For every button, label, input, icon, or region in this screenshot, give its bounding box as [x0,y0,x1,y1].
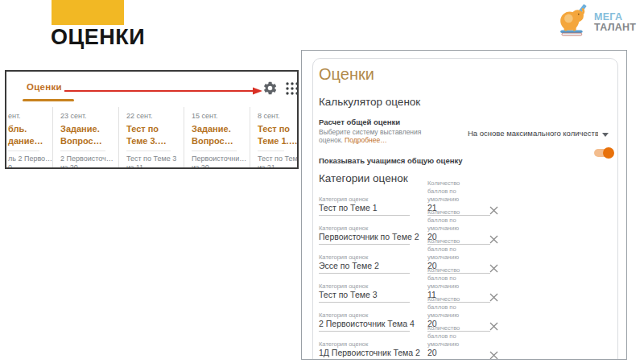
assignment-points: из 20 [60,163,115,167]
grade-calculator-heading: Калькулятор оценок [319,96,420,108]
close-icon [489,293,498,302]
assignment-date: 23 сент. [60,112,115,120]
assignment-title-line1[interactable]: Задание. [192,123,246,135]
column-divider [258,151,284,151]
overall-grade-description-text: оценок. [319,136,345,144]
category-name-input[interactable]: Эссе по Теме 2 [319,261,410,274]
points-field-label: Количество баллов по умолчанию [427,266,460,291]
assignment-title-line1[interactable]: Задание. [60,123,115,135]
assignment-title-line1[interactable]: бль. [8,123,49,135]
close-icon [489,351,498,360]
assignment-subtitle: Первоисточни… [192,155,246,163]
slide-title: ОЦЕНКИ [51,25,145,50]
remove-category-button[interactable] [489,262,498,270]
assignment-title-line2[interactable]: Вопрос… [192,135,246,147]
category-field-label: Категория оценок [319,196,368,203]
category-name-input[interactable]: 2 Первоисточник Тема 4 [319,319,410,332]
close-icon [489,264,498,273]
close-icon [489,235,498,244]
column-divider [8,151,39,151]
gradebook-column: ент. бль. дание… ль 2 Перво… 0 [6,107,52,167]
gradebook-column: 22 сент. Тест по Теме 3.… Тест по Теме 3… [118,107,184,167]
annotation-arrow [64,85,262,99]
category-field-label: Категория оценок [319,254,368,261]
remove-category-button[interactable] [489,291,498,299]
remove-category-button[interactable] [489,233,498,241]
overall-grade-description: Выберите систему выставления [319,128,421,136]
column-divider [192,151,237,151]
assignment-subtitle: 2 Первоисточ… [60,155,115,163]
assignment-date: ент. [8,112,49,120]
assignment-subtitle: Тест по Теме 1 [258,155,294,163]
toggle-knob [603,147,614,159]
grade-settings-screenshot: Оценки Калькулятор оценок Расчет общей о… [301,50,627,360]
assignment-points: из 20 [192,163,246,167]
logo-text-talant: ТАЛАНТ [594,23,636,33]
show-grade-label: Показывать учащимся общую оценку [319,156,462,165]
assignment-points: из 21 [258,163,294,167]
assignment-points: из 11 [126,163,180,167]
assignment-title-line1[interactable]: Тест по [258,123,294,135]
points-input[interactable]: 20 [427,348,490,360]
category-field-label: Категория оценок [319,283,368,290]
assignment-date: 22 сент. [126,112,180,120]
grade-categories-heading: Категории оценок [319,172,408,184]
apps-grid-icon[interactable] [286,82,299,98]
assignment-title-line2[interactable]: Теме 1.… [258,135,294,147]
assignment-subtitle: ль 2 Перво… [8,155,49,163]
points-field-label: Количество баллов по умолчанию [427,295,460,320]
logo-elephant-icon [555,2,592,43]
column-divider [126,151,171,151]
column-divider [60,151,105,151]
gradebook-column: 8 сент. Тест по Теме 1.… Тест по Теме 1 … [250,107,297,167]
remove-category-button[interactable] [489,320,498,328]
gradebook-column: 23 сент. Задание. Вопрос… 2 Первоисточ… … [52,107,118,167]
category-row: Категория оценок Эссе по Теме 2 Количест… [319,254,516,283]
points-field-label: Количество баллов по умолчанию [427,237,460,262]
close-icon [489,206,498,215]
category-field-label: Категория оценок [319,311,368,319]
assignment-date: 15 сент. [192,112,246,120]
category-row: Категория оценок Тест по Теме 3 Количест… [319,283,516,311]
grades-heading: Оценки [319,65,374,84]
close-icon [489,322,498,331]
gradebook-column: 15 сент. Задание. Вопрос… Первоисточни… … [184,107,250,167]
assignment-title-line2[interactable]: дание… [8,135,49,147]
points-field-label: Количество баллов по умолчанию [427,324,460,349]
remove-category-button[interactable] [489,204,498,212]
remove-category-button[interactable] [489,349,498,357]
settings-gear-icon[interactable] [262,80,278,99]
assignment-subtitle: Тест по Теме 3 [126,155,180,163]
title-accent-bar [52,0,124,25]
settings-card: Оценки Калькулятор оценок Расчет общей о… [312,58,618,360]
megatalent-logo: МЕГА ТАЛАНТ [555,2,636,43]
grades-toolbar-screenshot: Оценки ент. бль. дание… [5,70,299,169]
tab-active-indicator [23,99,74,101]
overall-grade-label: Расчет общей оценки [319,118,400,126]
points-field-label: Количество баллов по умолчанию [427,208,460,233]
category-name-input[interactable]: Тест по Теме 3 [319,290,410,303]
assignment-title-line2[interactable]: Вопрос… [60,135,115,147]
category-row: Категория оценок Первоисточник по Теме 2… [319,225,516,254]
assignment-points: 0 [8,163,49,167]
category-name-input[interactable]: Первоисточник по Теме 2 [319,232,410,245]
category-row: Категория оценок 2 Первоисточник Тема 4 … [319,311,516,340]
assignment-title-line2[interactable]: Теме 3.… [126,135,180,147]
assignment-date: 8 сент. [258,112,294,120]
show-grade-toggle[interactable] [594,149,612,157]
category-row: Категория оценок 1Д Первоисточник Тема 2… [319,340,516,360]
slide: ОЦЕНКИ МЕГА ТАЛАНТ [0,0,644,363]
more-link[interactable]: Подробнее… [345,136,387,144]
tab-grades[interactable]: Оценки [27,82,62,92]
category-row: Категория оценок Тест по Теме 1 Количест… [319,196,516,225]
toolbar-columns: ент. бль. дание… ль 2 Перво… 0 23 сент. … [6,107,297,167]
category-field-label: Категория оценок [319,225,368,232]
points-field-label: Количество баллов по умолчанию [427,179,460,204]
dropdown-arrow-icon [602,133,609,137]
grading-system-select[interactable]: На основе максимального количества ба [468,129,598,138]
category-name-input[interactable]: 1Д Первоисточник Тема 2 [319,348,410,360]
assignment-title-line1[interactable]: Тест по [126,123,180,135]
category-field-label: Категория оценок [319,340,368,348]
category-name-input[interactable]: Тест по Теме 1 [319,203,410,216]
overall-grade-description-2: оценок. Подробнее… [319,136,387,144]
